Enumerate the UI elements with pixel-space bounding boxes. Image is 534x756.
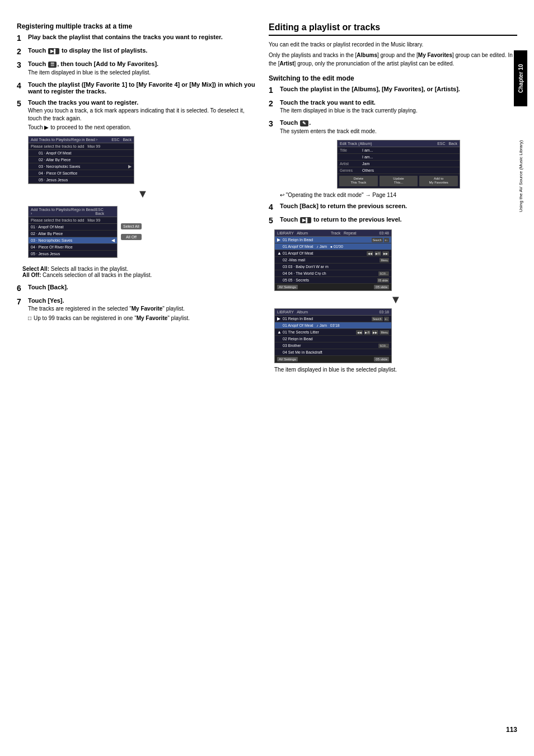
right-step-3-number: 3	[269, 119, 280, 128]
lib1-row-5: 03 03 · Baby Don't W ar m	[275, 264, 391, 270]
lib1-av-settings-btn[interactable]: AV Settings	[277, 285, 298, 289]
lib1-header: LIBRARY Album Track Repeat 03:48	[275, 230, 391, 237]
edit-track-screen: Edit Track (Album) ESC Back Title I am..…	[337, 140, 460, 189]
lib2-slide-btn[interactable]: 05 slide	[374, 357, 389, 361]
screen-mockup-1: Add Tracks to Playlists/Rego in Bead › E…	[28, 136, 134, 184]
all-off-button[interactable]: All Off	[121, 234, 142, 240]
ref-arrow-icon: ↩	[280, 192, 286, 198]
right-step-3-desc: The system enters the track edit mode.	[280, 128, 517, 135]
right-step-5-title: Touch ▶▌ to return to the previous level…	[280, 216, 402, 223]
lib2-row5-controls: SCR...	[378, 344, 389, 348]
lib2-menu-btn[interactable]: Menu	[380, 330, 389, 335]
av-source-text: Using the AV Source (Music Library)	[518, 140, 523, 212]
playlist-icon-btn: ▶▌	[48, 48, 59, 54]
ref-link: ↩ "Operating the track edit mode" → Page…	[280, 192, 517, 198]
lib1-next-btn[interactable]: ▶▶	[382, 251, 389, 256]
edit-icon-btn: ✎	[300, 120, 308, 126]
step-3-desc: The item displayed in blue is the select…	[28, 69, 257, 77]
edit-header-btns: ESC Back	[437, 142, 457, 145]
select-all-desc: Selects all tracks in the playlist.	[51, 266, 128, 272]
lib2-footer: AV Settings 05 slide	[275, 356, 391, 363]
edit-value-title: I am...	[362, 148, 457, 152]
add-to-favorites-btn[interactable]: Add toMy Favorites	[419, 176, 458, 187]
screen2-row-3: 03 · Necrophobic Saves ◀	[29, 237, 117, 244]
content-area: Registering multiple tracks at a time 1 …	[17, 22, 517, 720]
step-3-number: 3	[17, 60, 28, 69]
lib1-prev-btn[interactable]: ◀◀	[367, 251, 373, 256]
right-step-4-title: Touch [Back] to return the previous scre…	[280, 203, 407, 209]
screen2-row-4: 04 · Piece Of River Rice	[29, 244, 117, 251]
return-level-icon-btn: ▶▌	[300, 217, 311, 223]
lib1-row-4: 02 -Mas mail Menu	[275, 257, 391, 264]
lib1-row6-title: 04 04 · The World Cry ch	[283, 271, 378, 275]
step-4-title: Touch the playlist ([My Favorite 1] to […	[28, 81, 255, 95]
lib1-controls: ◀◀ ▶/II ▶▶	[367, 251, 389, 256]
right-step-5-content: Touch ▶▌ to return to the previous level…	[280, 216, 517, 223]
lib2-search-btn[interactable]: Search	[372, 317, 383, 321]
select-all-label: Select All: Selects all tracks in the pl…	[22, 266, 257, 272]
arrow-down-1: ▼	[28, 187, 257, 200]
right-column: Editing a playlist or tracks You can edi…	[269, 22, 517, 720]
lib1-icon-btn: ≡↓	[384, 238, 389, 242]
lib1-row6-controls: SCR...	[378, 271, 389, 276]
step-2-number: 2	[17, 47, 28, 56]
lib1-slide-btn[interactable]: 05 slide	[374, 285, 389, 289]
delete-track-btn[interactable]: DeleteThis Track	[339, 176, 378, 187]
right-step-2-desc: The item displayed in blue is the track …	[280, 107, 517, 115]
select-all-button[interactable]: Select All	[121, 223, 142, 229]
page-number: 113	[17, 726, 517, 734]
right-step-5-number: 5	[269, 216, 280, 225]
step-7-title: Touch [Yes].	[28, 297, 64, 304]
lib1-search-btn[interactable]: Search	[372, 238, 383, 242]
lib2-prev-btn[interactable]: ◀◀	[356, 330, 363, 335]
step-7-desc: The tracks are registered in the selecte…	[28, 305, 257, 313]
lib1-row7-btn[interactable]: 05 slide	[377, 278, 389, 283]
step-6: 6 Touch [Back].	[17, 284, 257, 293]
lib2-row-4: 02 Reign in Bead	[275, 336, 391, 342]
page: Registering multiple tracks at a time 1 …	[0, 0, 534, 756]
edit-screen-container: Edit Track (Album) ESC Back Title I am..…	[280, 140, 517, 189]
update-track-btn[interactable]: UpdateThis...	[380, 176, 418, 187]
edit-screen-header: Edit Track (Album) ESC Back	[338, 140, 460, 147]
step-6-title: Touch [Back].	[28, 284, 68, 290]
lib2-next-btn[interactable]: ▶▶	[372, 330, 378, 335]
all-off-label: All Off: Cancels selection of all tracks…	[22, 272, 257, 278]
lib2-play-btn[interactable]: ▶/II	[364, 330, 371, 335]
lib2-row5-btn[interactable]: SCR...	[378, 344, 389, 348]
lib2-av-settings-btn[interactable]: AV Settings	[277, 357, 298, 361]
switching-section-title: Switching to the edit mode	[269, 74, 517, 82]
edit-value-genres: Others	[362, 168, 457, 172]
right-step-2-title: Touch the track you want to edit.	[280, 99, 376, 106]
lib2-row1-title: 01 Reign In Bead	[283, 317, 372, 321]
lib1-row1-title: 01 Reign In Bead	[283, 238, 372, 242]
step-2-title: Touch ▶▌ to display the list of playlist…	[28, 47, 147, 54]
right-step-4-number: 4	[269, 203, 280, 212]
edit-field-genres: Genres Others	[338, 167, 460, 174]
step-3-title: Touch ☰, then touch [Add to My Favorites…	[28, 60, 158, 67]
lib1-header-time: 03:48	[379, 231, 389, 235]
right-step-3-content: Touch ✎. The system enters the track edi…	[280, 119, 517, 135]
step-5-desc2: Touch ▶ to proceed to the next operation…	[28, 124, 257, 132]
lib1-row4-controls: Menu	[380, 258, 389, 262]
screen2-header: Add Tracks to Playlists/Rego in Bead › E…	[29, 206, 117, 217]
lib1-row6-btn[interactable]: SCR...	[378, 271, 389, 276]
edit-label-title: Title	[340, 148, 362, 152]
step-6-number: 6	[17, 284, 28, 293]
screen2-row-5: 05 · Jesus Jesus	[29, 251, 117, 257]
lib1-row5-title: 03 03 · Baby Don't W ar m	[283, 265, 389, 269]
screen2-row-1: 01 · Angof Of Meat	[29, 224, 117, 231]
lib2-header-time: 03:18	[379, 310, 389, 314]
lib1-row3-title: 01 Angof Of Meat	[283, 251, 367, 255]
lib2-row-6: 04 Set Me in Backdraft	[275, 349, 391, 356]
library-screen1-container: LIBRARY Album Track Repeat 03:48 ▶ 01 Re…	[274, 229, 517, 363]
lib1-menu-btn[interactable]: Menu	[380, 258, 389, 262]
step-7-content: Touch [Yes]. The tracks are registered i…	[28, 297, 257, 321]
ref-text: "Operating the track edit mode" → Page 1…	[286, 192, 396, 198]
lib2-row1-controls: Search ≡↓	[372, 317, 389, 321]
lib1-row7-title: 05 05 · Secrets	[283, 278, 377, 282]
lib1-play-btn[interactable]: ▶/II	[374, 251, 381, 256]
step-5: 5 Touch the tracks you want to register.…	[17, 99, 257, 132]
right-step-4: 4 Touch [Back] to return the previous sc…	[269, 203, 517, 212]
step-1-title: Play back the playlist that contains the…	[28, 34, 223, 40]
step-3: 3 Touch ☰, then touch [Add to My Favorit…	[17, 60, 257, 77]
